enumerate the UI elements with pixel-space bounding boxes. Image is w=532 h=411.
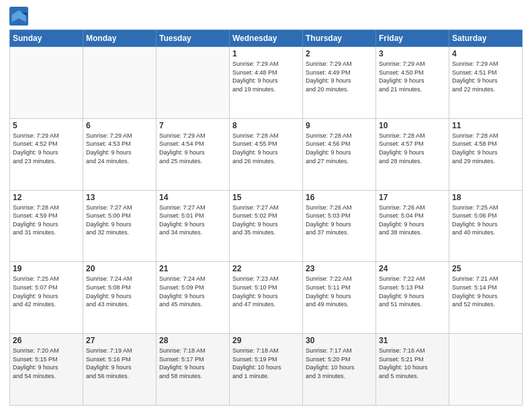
day-number: 16 <box>306 193 373 202</box>
calendar-cell: 31Sunrise: 7:16 AM Sunset: 5:21 PM Dayli… <box>376 334 449 406</box>
day-number: 3 <box>379 49 446 58</box>
day-info: Sunrise: 7:28 AM Sunset: 4:57 PM Dayligh… <box>379 132 446 165</box>
day-number: 22 <box>232 264 300 273</box>
day-number: 10 <box>379 121 446 130</box>
day-info: Sunrise: 7:18 AM Sunset: 5:17 PM Dayligh… <box>159 347 226 380</box>
day-number: 1 <box>232 49 300 58</box>
weekday-header-sunday: Sunday <box>10 30 83 47</box>
day-number: 6 <box>86 121 153 130</box>
day-number: 21 <box>159 264 226 273</box>
calendar-body: 1Sunrise: 7:29 AM Sunset: 4:48 PM Daylig… <box>10 47 523 406</box>
day-number: 12 <box>13 193 80 202</box>
day-number: 17 <box>379 193 446 202</box>
day-number: 28 <box>159 336 226 345</box>
calendar-cell: 21Sunrise: 7:24 AM Sunset: 5:09 PM Dayli… <box>157 262 230 334</box>
calendar-cell: 26Sunrise: 7:20 AM Sunset: 5:15 PM Dayli… <box>10 334 83 406</box>
weekday-header-friday: Friday <box>376 30 449 47</box>
calendar-cell: 14Sunrise: 7:27 AM Sunset: 5:01 PM Dayli… <box>157 190 230 262</box>
day-info: Sunrise: 7:26 AM Sunset: 5:04 PM Dayligh… <box>379 203 446 237</box>
calendar-cell: 29Sunrise: 7:18 AM Sunset: 5:19 PM Dayli… <box>230 334 303 406</box>
day-info: Sunrise: 7:29 AM Sunset: 4:53 PM Dayligh… <box>86 132 153 165</box>
day-number: 29 <box>232 336 300 345</box>
day-info: Sunrise: 7:29 AM Sunset: 4:49 PM Dayligh… <box>306 60 373 93</box>
day-info: Sunrise: 7:28 AM Sunset: 4:58 PM Dayligh… <box>452 132 519 165</box>
day-info: Sunrise: 7:23 AM Sunset: 5:10 PM Dayligh… <box>232 275 300 308</box>
calendar-cell: 10Sunrise: 7:28 AM Sunset: 4:57 PM Dayli… <box>376 118 449 190</box>
day-number: 25 <box>452 264 519 273</box>
day-info: Sunrise: 7:20 AM Sunset: 5:15 PM Dayligh… <box>13 347 80 380</box>
day-info: Sunrise: 7:29 AM Sunset: 4:52 PM Dayligh… <box>13 132 80 165</box>
day-info: Sunrise: 7:29 AM Sunset: 4:54 PM Dayligh… <box>159 132 226 165</box>
day-number: 27 <box>86 336 153 345</box>
day-info: Sunrise: 7:25 AM Sunset: 5:06 PM Dayligh… <box>452 203 519 237</box>
calendar-cell: 27Sunrise: 7:19 AM Sunset: 5:16 PM Dayli… <box>83 334 157 406</box>
calendar-cell: 17Sunrise: 7:26 AM Sunset: 5:04 PM Dayli… <box>376 190 449 262</box>
calendar-cell: 22Sunrise: 7:23 AM Sunset: 5:10 PM Dayli… <box>230 262 303 334</box>
calendar-cell: 4Sunrise: 7:29 AM Sunset: 4:51 PM Daylig… <box>449 47 523 119</box>
calendar-cell <box>157 47 230 119</box>
calendar-week-2: 5Sunrise: 7:29 AM Sunset: 4:52 PM Daylig… <box>10 118 523 190</box>
day-info: Sunrise: 7:16 AM Sunset: 5:21 PM Dayligh… <box>379 347 446 380</box>
day-number: 19 <box>13 264 80 273</box>
day-number: 4 <box>452 49 519 58</box>
calendar-cell: 11Sunrise: 7:28 AM Sunset: 4:58 PM Dayli… <box>449 118 523 190</box>
day-number: 23 <box>306 264 373 273</box>
weekday-header-thursday: Thursday <box>303 30 376 47</box>
day-info: Sunrise: 7:29 AM Sunset: 4:51 PM Dayligh… <box>452 60 519 93</box>
header <box>9 7 523 26</box>
weekday-header-monday: Monday <box>83 30 157 47</box>
day-info: Sunrise: 7:22 AM Sunset: 5:11 PM Dayligh… <box>306 275 373 308</box>
calendar-cell: 28Sunrise: 7:18 AM Sunset: 5:17 PM Dayli… <box>157 334 230 406</box>
calendar-table: SundayMondayTuesdayWednesdayThursdayFrid… <box>9 30 523 406</box>
day-info: Sunrise: 7:28 AM Sunset: 4:59 PM Dayligh… <box>13 203 80 237</box>
calendar-cell <box>449 334 523 406</box>
calendar-cell: 23Sunrise: 7:22 AM Sunset: 5:11 PM Dayli… <box>303 262 376 334</box>
calendar-cell: 6Sunrise: 7:29 AM Sunset: 4:53 PM Daylig… <box>83 118 157 190</box>
day-info: Sunrise: 7:29 AM Sunset: 4:50 PM Dayligh… <box>379 60 446 93</box>
day-info: Sunrise: 7:22 AM Sunset: 5:13 PM Dayligh… <box>379 275 446 308</box>
day-info: Sunrise: 7:27 AM Sunset: 5:00 PM Dayligh… <box>86 203 153 237</box>
day-info: Sunrise: 7:19 AM Sunset: 5:16 PM Dayligh… <box>86 347 153 380</box>
day-info: Sunrise: 7:27 AM Sunset: 5:02 PM Dayligh… <box>232 203 300 237</box>
day-number: 15 <box>232 193 300 202</box>
weekday-row: SundayMondayTuesdayWednesdayThursdayFrid… <box>10 30 523 47</box>
calendar-header: SundayMondayTuesdayWednesdayThursdayFrid… <box>10 30 523 47</box>
calendar-cell: 3Sunrise: 7:29 AM Sunset: 4:50 PM Daylig… <box>376 47 449 119</box>
calendar-cell: 12Sunrise: 7:28 AM Sunset: 4:59 PM Dayli… <box>10 190 83 262</box>
day-info: Sunrise: 7:17 AM Sunset: 5:20 PM Dayligh… <box>306 347 373 380</box>
day-info: Sunrise: 7:25 AM Sunset: 5:07 PM Dayligh… <box>13 275 80 308</box>
day-info: Sunrise: 7:27 AM Sunset: 5:01 PM Dayligh… <box>159 203 226 237</box>
calendar-cell: 1Sunrise: 7:29 AM Sunset: 4:48 PM Daylig… <box>230 47 303 119</box>
day-info: Sunrise: 7:28 AM Sunset: 4:55 PM Dayligh… <box>232 132 300 165</box>
calendar-cell: 20Sunrise: 7:24 AM Sunset: 5:08 PM Dayli… <box>83 262 157 334</box>
day-info: Sunrise: 7:28 AM Sunset: 4:56 PM Dayligh… <box>306 132 373 165</box>
calendar-cell: 9Sunrise: 7:28 AM Sunset: 4:56 PM Daylig… <box>303 118 376 190</box>
calendar-cell: 15Sunrise: 7:27 AM Sunset: 5:02 PM Dayli… <box>230 190 303 262</box>
weekday-header-saturday: Saturday <box>449 30 523 47</box>
calendar-week-4: 19Sunrise: 7:25 AM Sunset: 5:07 PM Dayli… <box>10 262 523 334</box>
calendar-week-1: 1Sunrise: 7:29 AM Sunset: 4:48 PM Daylig… <box>10 47 523 119</box>
logo <box>9 7 30 26</box>
page: SundayMondayTuesdayWednesdayThursdayFrid… <box>0 0 532 411</box>
day-info: Sunrise: 7:24 AM Sunset: 5:09 PM Dayligh… <box>159 275 226 308</box>
weekday-header-wednesday: Wednesday <box>230 30 303 47</box>
day-info: Sunrise: 7:18 AM Sunset: 5:19 PM Dayligh… <box>232 347 300 380</box>
calendar-cell: 30Sunrise: 7:17 AM Sunset: 5:20 PM Dayli… <box>303 334 376 406</box>
calendar-cell <box>10 47 83 119</box>
weekday-header-tuesday: Tuesday <box>157 30 230 47</box>
calendar-cell: 2Sunrise: 7:29 AM Sunset: 4:49 PM Daylig… <box>303 47 376 119</box>
calendar-week-5: 26Sunrise: 7:20 AM Sunset: 5:15 PM Dayli… <box>10 334 523 406</box>
day-number: 31 <box>379 336 446 345</box>
calendar-cell: 18Sunrise: 7:25 AM Sunset: 5:06 PM Dayli… <box>449 190 523 262</box>
day-number: 24 <box>379 264 446 273</box>
day-number: 20 <box>86 264 153 273</box>
day-number: 7 <box>159 121 226 130</box>
day-info: Sunrise: 7:26 AM Sunset: 5:03 PM Dayligh… <box>306 203 373 237</box>
calendar-cell: 25Sunrise: 7:21 AM Sunset: 5:14 PM Dayli… <box>449 262 523 334</box>
calendar-cell: 5Sunrise: 7:29 AM Sunset: 4:52 PM Daylig… <box>10 118 83 190</box>
day-number: 11 <box>452 121 519 130</box>
calendar-cell: 8Sunrise: 7:28 AM Sunset: 4:55 PM Daylig… <box>230 118 303 190</box>
calendar-week-3: 12Sunrise: 7:28 AM Sunset: 4:59 PM Dayli… <box>10 190 523 262</box>
day-number: 30 <box>306 336 373 345</box>
day-number: 5 <box>13 121 80 130</box>
